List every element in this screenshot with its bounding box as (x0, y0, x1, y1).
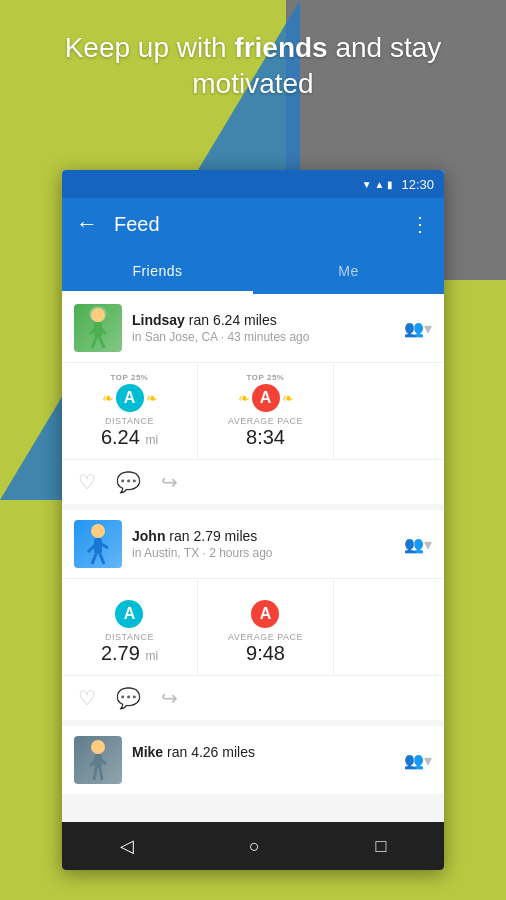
motivational-text: Keep up with friends and staymotivated (0, 30, 506, 103)
nav-home-button[interactable]: ○ (229, 828, 280, 865)
tab-me[interactable]: Me (253, 250, 444, 291)
svg-line-5 (100, 338, 104, 348)
badge-a-teal-lindsay: A (116, 384, 144, 412)
like-icon-john[interactable]: ♡ (78, 686, 96, 710)
nav-back-button[interactable]: ◁ (100, 827, 154, 865)
badge-a-red-john: A (251, 600, 279, 628)
svg-line-4 (92, 338, 96, 348)
svg-line-21 (100, 554, 104, 564)
tab-bar: Friends Me (62, 250, 444, 294)
feed-user-info-mike: Mike ran 4.26 miles placeholder (132, 744, 255, 776)
svg-point-16 (91, 524, 105, 538)
more-button[interactable]: ⋮ (410, 212, 430, 236)
back-button[interactable]: ← (76, 211, 98, 237)
svg-line-32 (94, 768, 96, 780)
status-bar: ▼ ▲ ▮ 12:30 (62, 170, 444, 198)
stats-row-lindsay: TOP 25% ❧ A ❧ DISTANCE 6.24 mi TOP 25% (62, 362, 444, 459)
follow-icon-mike[interactable]: 👥▾ (404, 751, 432, 770)
feed-item-mike: Mike ran 4.26 miles placeholder 👥▾ (62, 726, 444, 794)
feed: Lindsay ran 6.24 miles in San Jose, CA ·… (62, 294, 444, 822)
comment-icon-lindsay[interactable]: 💬 (116, 470, 141, 494)
comment-icon-john[interactable]: 💬 (116, 686, 141, 710)
feed-item-lindsay: Lindsay ran 6.24 miles in San Jose, CA ·… (62, 294, 444, 504)
action-bar-john: ♡ 💬 ↪ (62, 675, 444, 720)
stat-pace-lindsay: TOP 25% ❧ A ❧ AVERAGE PACE 8:34 (198, 363, 334, 459)
avatar-mike (74, 736, 122, 784)
feed-user-info-lindsay: Lindsay ran 6.24 miles in San Jose, CA ·… (132, 312, 309, 344)
avatar-lindsay (74, 304, 122, 352)
wifi-icon: ▼ (362, 179, 372, 190)
tab-friends[interactable]: Friends (62, 250, 253, 291)
share-icon-john[interactable]: ↪ (161, 686, 178, 710)
top-bar: ← Feed ⋮ (62, 198, 444, 250)
signal-icon: ▲ (375, 179, 385, 190)
nav-recent-button[interactable]: □ (355, 828, 406, 865)
follow-icon-john[interactable]: 👥▾ (404, 535, 432, 554)
badge-a-red-lindsay: A (252, 384, 280, 412)
feed-user-info-john: John ran 2.79 miles in Austin, TX · 2 ho… (132, 528, 273, 560)
phone-frame: ▼ ▲ ▮ 12:30 ← Feed ⋮ Friends Me (62, 170, 444, 870)
share-icon-lindsay[interactable]: ↪ (161, 470, 178, 494)
like-icon-lindsay[interactable]: ♡ (78, 470, 96, 494)
page-title: Feed (114, 213, 410, 236)
avatar-john (74, 520, 122, 568)
follow-icon-lindsay[interactable]: 👥▾ (404, 319, 432, 338)
stat-distance-john: TOP 25% A DISTANCE 2.79 mi (62, 579, 198, 675)
stat-distance-lindsay: TOP 25% ❧ A ❧ DISTANCE 6.24 mi (62, 363, 198, 459)
feed-item-john: John ran 2.79 miles in Austin, TX · 2 ho… (62, 510, 444, 720)
badge-a-teal-john: A (115, 600, 143, 628)
svg-point-7 (91, 308, 105, 322)
svg-line-20 (92, 554, 96, 564)
action-bar-lindsay: ♡ 💬 ↪ (62, 459, 444, 504)
feed-header-john: John ran 2.79 miles in Austin, TX · 2 ho… (62, 510, 444, 578)
status-icons: ▼ ▲ ▮ (362, 179, 394, 190)
svg-point-28 (91, 740, 105, 754)
battery-icon: ▮ (387, 179, 393, 190)
bottom-nav: ◁ ○ □ (62, 822, 444, 870)
feed-header-lindsay: Lindsay ran 6.24 miles in San Jose, CA ·… (62, 294, 444, 362)
svg-line-33 (100, 768, 102, 780)
stats-row-john: TOP 25% A DISTANCE 2.79 mi TOP 25% A (62, 578, 444, 675)
stat-pace-john: TOP 25% A AVERAGE PACE 9:48 (198, 579, 334, 675)
feed-header-mike: Mike ran 4.26 miles placeholder 👥▾ (62, 726, 444, 794)
status-time: 12:30 (401, 177, 434, 192)
